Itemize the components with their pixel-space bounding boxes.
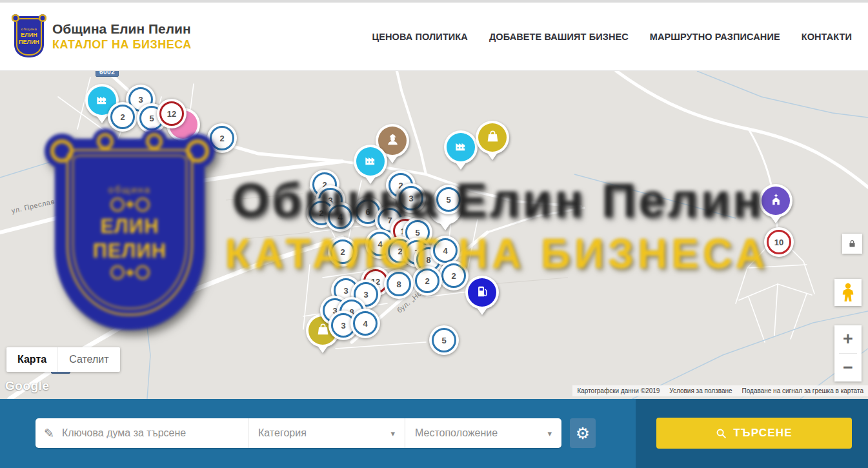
location-select[interactable]: Местоположение ▾ [405,418,561,448]
brand-subtitle: КАТАЛОГ НА БИЗНЕСА [52,38,192,52]
cluster-count: 3 [343,286,348,296]
fuel-pump-pin-marker[interactable] [466,276,498,316]
nav-item[interactable]: ЦЕНОВА ПОЛИТИКА [372,32,468,42]
keyword-search-input[interactable] [61,427,239,440]
nav-item[interactable]: ДОБАВЕТЕ ВАШИЯТ БИЗНЕС [489,32,629,42]
satellite-view-button[interactable]: Сателит [57,347,119,372]
crest-curl-icon [12,14,19,22]
municipality-crest-logo: община ЕЛИН ПЕЛИН [14,16,44,57]
main-nav: ЦЕНОВА ПОЛИТИКАДОБАВЕТЕ ВАШИЯТ БИЗНЕСМАР… [372,32,852,42]
hardhat-worker-icon [385,132,400,150]
google-logo[interactable]: Google [5,379,49,393]
cluster-count: 6 [365,207,370,217]
cluster-ring: 12 [159,101,184,126]
advanced-settings-button[interactable]: ⚙ [570,418,596,448]
cluster-count: 5 [415,228,419,238]
church-icon [769,192,783,210]
cluster-count: 2 [319,209,323,218]
pin-tail [316,344,329,353]
report-map-error-link[interactable]: Подаване на сигнал за грешка в картата [742,387,863,394]
lock-button[interactable] [842,234,862,254]
cluster-count: 2 [120,112,125,122]
cluster-marker[interactable]: 4 [325,202,355,232]
cluster-count: 4 [363,319,367,329]
pin-tail [476,306,489,315]
cluster-count: 5 [446,195,450,205]
cluster-count: 3 [138,95,143,105]
cluster-count: 12 [167,109,176,119]
road-shield-label: 6002 [96,71,119,77]
cluster-count: 8 [426,255,430,265]
cluster-marker[interactable]: 3 [396,183,426,213]
cluster-ring: 8 [387,272,411,296]
cluster-marker[interactable]: 12 [157,99,187,128]
cluster-marker[interactable]: 8 [384,269,414,299]
gear-icon: ⚙ [576,425,590,442]
map-view-button[interactable]: Карта [6,347,57,372]
cluster-count: 2 [219,134,224,143]
site-header: община ЕЛИН ПЕЛИН Община Елин Пелин КАТА… [0,3,868,71]
cluster-marker[interactable]: 2 [412,266,442,296]
cluster-count: 4 [338,212,342,222]
cluster-count: 5 [441,336,446,345]
shopping-bag-pin-marker[interactable] [476,121,509,161]
nav-item[interactable]: КОНТАКТИ [802,32,852,42]
map-attribution: Картографски данни ©2019Условия за ползв… [572,385,868,396]
search-submit-button[interactable]: ТЪРСЕНЕ [656,418,852,449]
pin-tail [769,214,782,223]
cluster-count: 7 [387,216,392,225]
nav-item[interactable]: МАРШРУТНО РАЗПИСАНИЕ [650,32,780,42]
cluster-count: 2 [340,247,345,257]
cluster-ring: 2 [330,239,355,264]
cluster-ring: 3 [399,186,423,210]
cluster-marker[interactable]: 4 [350,309,380,338]
pin-tail [96,114,108,123]
cluster-marker[interactable]: 2 [207,123,237,153]
search-submit-label: ТЪРСЕНЕ [733,427,792,440]
cluster-ring: 2 [441,263,466,288]
terms-of-use-link[interactable]: Условия за ползване [669,387,732,394]
cluster-ring: 2 [210,126,234,150]
cluster-ring: 4 [353,311,378,336]
search-panel: ✎ Категория ▾ Местоположение ▾ ⚙ ТЪРСЕНЕ [0,399,868,468]
cluster-marker[interactable]: 2 [328,237,358,267]
page-top-strip [0,0,868,3]
pin-head [356,147,385,176]
fuel-pump-icon [475,284,490,301]
cluster-count: 2 [451,271,456,281]
search-fields: ✎ Категория ▾ Местоположение ▾ [35,418,561,448]
cluster-marker[interactable]: 5 [434,185,463,214]
cluster-count: 3 [363,290,368,300]
cluster-marker[interactable]: 2 [439,261,469,290]
pin-head [447,133,475,161]
chevron-down-icon: ▾ [390,429,395,438]
church-pin-marker[interactable] [760,185,792,225]
cluster-count: 4 [443,246,447,256]
cluster-ring: 2 [415,269,439,293]
pin-head [468,278,496,307]
keyword-field-wrap: ✎ [35,418,248,448]
zoom-out-button[interactable]: − [834,354,862,382]
cluster-marker[interactable]: 5 [429,325,459,355]
lock-icon [847,239,857,249]
pin-tail [486,151,499,160]
factory-pin-marker[interactable] [354,145,387,185]
location-select-value: Местоположение [415,427,498,439]
pegman-button[interactable] [834,279,862,306]
crest-top-text: община [21,27,37,31]
factory-pin-marker[interactable] [445,131,477,171]
cluster-ring: 10 [767,230,791,254]
category-select[interactable]: Категория ▾ [248,418,405,448]
pegman-icon [841,283,855,302]
factory-icon [95,92,110,110]
brand[interactable]: община ЕЛИН ПЕЛИН Община Елин Пелин КАТА… [14,16,192,57]
google-map[interactable]: 6002105ул. Преславбул. „Новоселци“325122… [0,71,868,399]
cluster-marker[interactable]: 10 [764,227,794,257]
cluster-ring: 5 [436,187,461,212]
cluster-count: 10 [774,238,783,247]
zoom-in-button[interactable]: + [834,325,862,353]
cluster-count: 4 [378,239,382,249]
cluster-marker[interactable]: 2 [108,102,137,132]
search-icon [716,428,727,439]
map-type-switcher: Карта Сателит [6,347,120,372]
